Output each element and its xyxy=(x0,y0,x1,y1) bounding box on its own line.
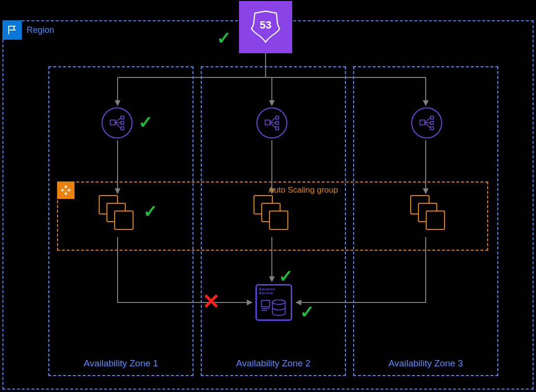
elb-icon xyxy=(411,107,442,138)
aurora-database-icon: Amazon Aurora xyxy=(255,284,292,321)
svg-line-15 xyxy=(115,118,121,122)
svg-rect-14 xyxy=(121,127,124,130)
route53-icon: 53 xyxy=(239,1,292,53)
svg-line-31 xyxy=(425,122,431,128)
az-label: Availability Zone 1 xyxy=(49,358,193,369)
svg-point-36 xyxy=(272,300,285,304)
svg-rect-19 xyxy=(276,116,279,119)
svg-rect-13 xyxy=(121,121,124,124)
ec2-instances-icon xyxy=(99,195,140,237)
ec2-instances-icon xyxy=(410,195,452,237)
region-label: Region xyxy=(27,25,54,35)
svg-rect-18 xyxy=(265,120,270,125)
auto-scaling-group-label: Auto Scaling group xyxy=(268,185,338,195)
elb-icon xyxy=(102,107,133,138)
svg-line-22 xyxy=(270,118,276,122)
svg-rect-37 xyxy=(262,300,270,306)
svg-text:53: 53 xyxy=(260,19,271,31)
ec2-instances-icon xyxy=(253,195,295,237)
cross-icon: ✕ xyxy=(202,289,220,314)
elb-icon xyxy=(256,107,287,138)
svg-rect-12 xyxy=(121,116,124,119)
checkmark-icon: ✓ xyxy=(279,266,293,286)
az-label: Availability Zone 2 xyxy=(202,358,345,369)
svg-rect-27 xyxy=(431,121,433,124)
checkmark-icon: ✓ xyxy=(138,112,153,133)
checkmark-icon: ✓ xyxy=(217,28,231,48)
svg-rect-21 xyxy=(276,127,279,130)
svg-rect-20 xyxy=(276,121,279,124)
svg-rect-28 xyxy=(431,127,433,130)
svg-rect-26 xyxy=(431,116,433,119)
svg-line-17 xyxy=(115,122,121,128)
auto-scaling-icon xyxy=(57,181,74,199)
svg-line-24 xyxy=(270,122,276,128)
region-flag-icon xyxy=(2,20,22,40)
svg-line-29 xyxy=(425,118,431,122)
svg-rect-11 xyxy=(110,120,115,125)
svg-rect-25 xyxy=(420,120,425,125)
aurora-label-line2: Aurora xyxy=(259,291,273,295)
az-label: Availability Zone 3 xyxy=(354,358,497,369)
checkmark-icon: ✓ xyxy=(143,201,158,222)
checkmark-icon: ✓ xyxy=(300,302,314,322)
